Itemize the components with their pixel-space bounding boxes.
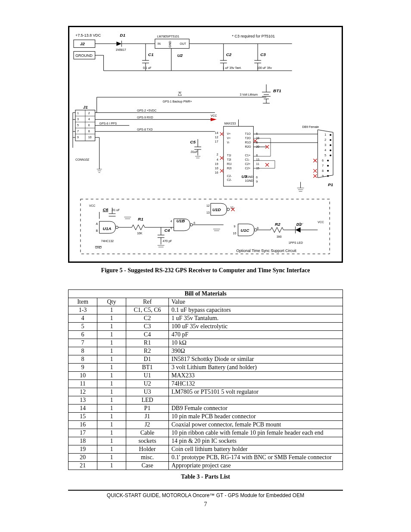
table-caption: Table 3 - Parts List <box>68 473 343 480</box>
vdc-label: +7.5-13.8 VDC <box>75 33 101 37</box>
table-row: 101U1MAX233 <box>68 372 343 380</box>
cell-qty: 1 <box>97 347 126 355</box>
cell-value: Coaxial power connector, female PCB moun… <box>169 421 343 429</box>
gndpin-label: GND <box>169 41 172 47</box>
r2val-label: 390 <box>277 235 282 238</box>
cell-ref: D1 <box>126 355 169 364</box>
cell-qty: 1 <box>97 380 126 388</box>
out-label: OUT <box>180 42 186 45</box>
svg-marker-111 <box>211 118 217 121</box>
schematic-figure: +7.5-13.8 VDC J2 GROUND D1 1N5817 LM7805… <box>68 26 343 263</box>
cell-ref: P1 <box>126 404 169 413</box>
svg-point-122 <box>330 139 331 141</box>
svg-text:8: 8 <box>322 169 324 172</box>
svg-text:1GND: 1GND <box>245 179 253 182</box>
svg-text:9: 9 <box>234 225 236 228</box>
cell-item: 4 <box>68 314 97 323</box>
cell-item: 14 <box>68 404 97 413</box>
cell-ref: sockets <box>126 437 169 445</box>
svg-text:5: 5 <box>256 132 258 135</box>
svg-point-124 <box>330 144 331 146</box>
cell-item: 18 <box>68 437 97 445</box>
svg-text:15: 15 <box>256 167 259 170</box>
cell-qty: 1 <box>97 404 126 413</box>
gnd-label: GND <box>95 246 102 249</box>
c6val-label: .01 uF <box>111 208 120 212</box>
cell-item: 16 <box>68 421 97 429</box>
table-row: 201misc.0.1' prototype PCB, RG-174 with … <box>68 454 343 462</box>
cell-qty: 1 <box>97 445 126 454</box>
cell-item: 21 <box>68 462 97 470</box>
table-row: 181sockets14 pin & 20 pin IC sockets <box>68 437 343 445</box>
cell-ref: LED <box>126 396 169 404</box>
c5-label: C5 <box>190 140 196 144</box>
footer-rule <box>68 490 343 491</box>
d1-label: D1 <box>120 33 125 37</box>
cell-item: 1-3 <box>68 306 97 314</box>
cell-qty: 1 <box>97 429 126 437</box>
u1b-label: U1B <box>176 218 185 223</box>
svg-text:R1O: R1O <box>245 141 251 144</box>
col-value: Value <box>169 298 343 306</box>
svg-text:C2+: C2+ <box>245 167 250 170</box>
svg-text:4: 4 <box>88 118 90 121</box>
svg-text:4: 4 <box>324 149 326 152</box>
cell-value: 3 volt Lithium Battery (and holder) <box>169 364 343 372</box>
svg-point-134 <box>327 170 329 172</box>
cell-value: 0.1 uF bypass capacitors <box>169 306 343 314</box>
cell-value: Appropriate project case <box>169 462 343 470</box>
svg-text:6: 6 <box>322 159 324 162</box>
svg-text:5: 5 <box>171 227 172 230</box>
cell-item: 11 <box>68 380 97 388</box>
table-row: 171Cable10 pin ribbon cable with female … <box>68 429 343 437</box>
svg-text:4: 4 <box>171 220 172 223</box>
cell-value: IN5817 Schottky Diode or similar <box>169 355 343 364</box>
svg-text:T2I: T2I <box>227 158 231 161</box>
svg-point-120 <box>330 134 331 136</box>
svg-text:C2+: C2+ <box>245 162 250 165</box>
cell-ref: Holder <box>126 445 169 454</box>
svg-text:8: 8 <box>88 130 90 133</box>
hc-label: 74HC132 <box>101 240 114 243</box>
cell-item: 8 <box>68 347 97 355</box>
cell-item: 9 <box>68 364 97 372</box>
svg-text:C2-: C2- <box>227 174 232 177</box>
cell-item: 7 <box>68 339 97 347</box>
cell-qty: 1 <box>97 314 126 323</box>
cell-ref: R1 <box>126 339 169 347</box>
figure-caption: Figure 5 - Suggested RS-232 GPS Receiver… <box>68 267 343 274</box>
cell-qty: 1 <box>97 437 126 445</box>
c1-label: C1 <box>148 52 154 57</box>
table-row: 161J2Coaxial power connector, female PCB… <box>68 421 343 429</box>
cell-value: 14 pin & 20 pin IC sockets <box>169 437 343 445</box>
svg-text:V+: V+ <box>227 132 231 135</box>
svg-text:9: 9 <box>256 180 258 183</box>
cell-item: 12 <box>68 388 97 396</box>
cell-item: 13 <box>68 396 97 404</box>
cell-ref: U2 <box>126 380 169 388</box>
cell-value: 10 pin ribbon cable with female 10 pin f… <box>169 429 343 437</box>
gpsbackup-label: GPS-1 Backup PWR+ <box>163 100 192 103</box>
cell-ref: U1 <box>126 372 169 380</box>
svg-text:C2-: C2- <box>227 178 232 181</box>
svg-text:2: 2 <box>88 112 90 115</box>
cell-qty: 1 <box>97 388 126 396</box>
cell-value: 1 uF 35v Tantalum. <box>169 314 343 323</box>
svg-text:1: 1 <box>77 112 79 115</box>
cell-ref: C3 <box>126 323 169 331</box>
bt1val-label: 3 Volt Lithium <box>240 93 258 96</box>
svg-text:12: 12 <box>206 204 210 207</box>
svg-text:A: A <box>96 222 98 225</box>
bom-table: Bill of Materials Item Qty Ref Value 1-3… <box>68 289 343 470</box>
in-label: IN <box>158 42 161 45</box>
svg-text:3: 3 <box>77 118 79 121</box>
cell-value: DB9 Female connector <box>169 404 343 413</box>
svg-text:6: 6 <box>88 124 90 127</box>
cell-qty: 1 <box>97 331 126 339</box>
svg-text:16: 16 <box>215 171 218 174</box>
svg-text:17: 17 <box>215 140 218 143</box>
c3note-label: * C3 required for PT5101 <box>232 34 275 38</box>
cell-ref: misc. <box>126 454 169 462</box>
vcc2-label: VCC <box>318 221 324 224</box>
svg-point-157 <box>190 224 193 226</box>
